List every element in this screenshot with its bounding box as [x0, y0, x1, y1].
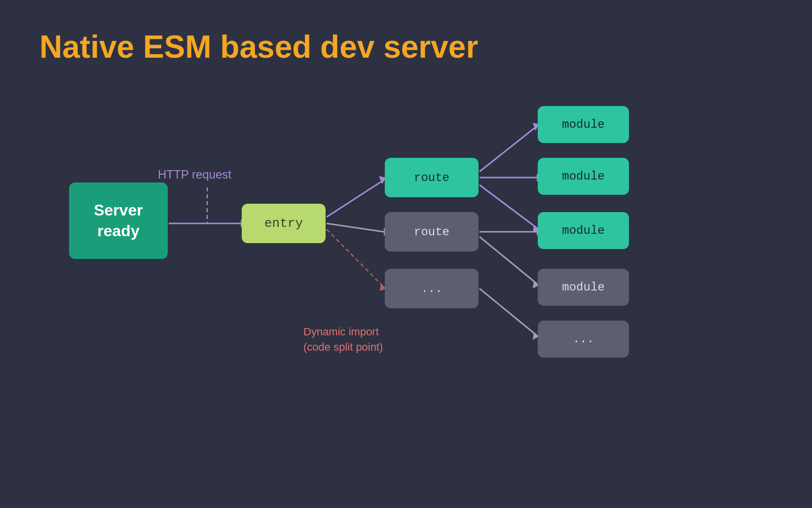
module-gray-2-box: ...	[538, 321, 629, 358]
server-ready-label: Serverready	[94, 200, 143, 241]
module-3-label: module	[562, 224, 604, 237]
svg-line-9	[480, 126, 537, 172]
svg-line-3	[327, 180, 384, 217]
module-gray-2-label: ...	[573, 332, 594, 346]
svg-line-5	[327, 223, 384, 232]
route-gray-box: route	[385, 212, 479, 252]
route-dots-box: ...	[385, 269, 479, 308]
module-2-box: module	[538, 158, 629, 195]
slide-title: Native ESM based dev server	[39, 30, 773, 64]
route-green-label: route	[414, 171, 449, 184]
entry-box: entry	[242, 204, 326, 243]
svg-line-19	[480, 185, 537, 228]
module-1-label: module	[562, 118, 604, 131]
module-1-box: module	[538, 106, 629, 143]
module-gray-1-box: module	[538, 269, 629, 306]
dynamic-import-text: Dynamic import(code split point)	[303, 326, 383, 353]
svg-line-7	[327, 229, 384, 287]
entry-label: entry	[264, 216, 303, 231]
http-request-label: HTTP request	[158, 168, 231, 181]
route-dots-label: ...	[421, 282, 442, 295]
slide: Native ESM based dev server	[0, 0, 812, 508]
module-2-label: module	[562, 170, 604, 183]
dynamic-import-label: Dynamic import(code split point)	[303, 325, 383, 355]
module-3-box: module	[538, 212, 629, 249]
module-gray-1-label: module	[562, 281, 604, 294]
svg-line-15	[480, 237, 537, 284]
server-ready-box: Serverready	[69, 182, 168, 259]
route-gray-label: route	[414, 225, 449, 239]
route-green-box: route	[385, 158, 479, 197]
svg-line-17	[480, 289, 537, 335]
